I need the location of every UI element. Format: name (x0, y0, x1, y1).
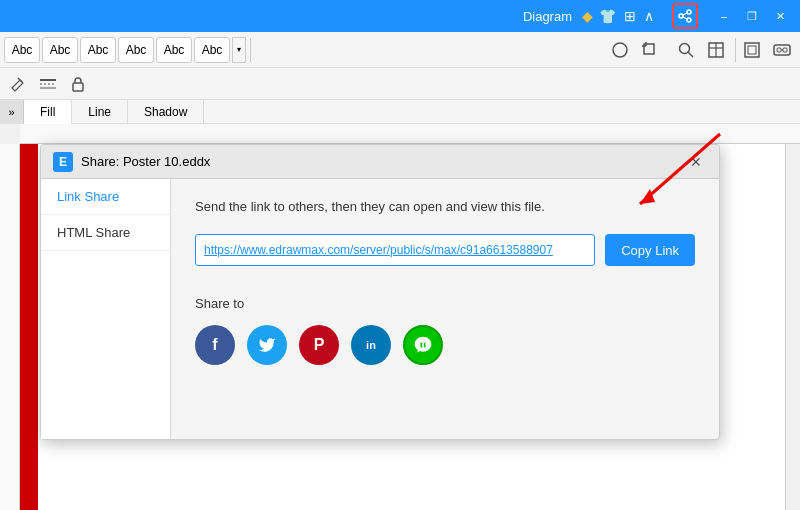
svg-point-0 (687, 10, 691, 14)
shape-tool-btn[interactable] (606, 36, 634, 64)
toolbar-separator-1 (250, 38, 251, 62)
shirt-icon: 👕 (599, 8, 616, 24)
share-dialog: E Share: Poster 10.eddx ✕ Link Share HTM… (40, 144, 720, 440)
svg-rect-19 (783, 48, 787, 52)
expand-button[interactable]: » (0, 100, 24, 124)
svg-rect-14 (745, 43, 759, 57)
style-btn-6[interactable]: Abc (194, 37, 230, 63)
share-to-label: Share to (195, 296, 695, 311)
svg-point-5 (613, 43, 627, 57)
line-share-button[interactable] (403, 325, 443, 365)
minimize-button[interactable]: – (712, 4, 736, 28)
link-input[interactable] (195, 234, 595, 266)
svg-point-1 (679, 14, 683, 18)
close-button[interactable]: ✕ (768, 4, 792, 28)
frame-btn[interactable] (738, 36, 766, 64)
main-area: // ticks drawn in JS below 1601701801902… (0, 124, 800, 510)
svg-line-4 (683, 17, 687, 19)
style-dropdown-button[interactable]: ▾ (232, 37, 246, 63)
twitter-share-button[interactable] (247, 325, 287, 365)
svg-rect-15 (748, 46, 756, 54)
search-btn[interactable] (672, 36, 700, 64)
dialog-app-icon: E (53, 152, 73, 172)
crop-tool-btn[interactable] (636, 36, 664, 64)
svg-point-2 (687, 18, 691, 22)
svg-rect-24 (73, 83, 83, 91)
dialog-content: Send the link to others, then they can o… (171, 179, 719, 439)
style-btn-4[interactable]: Abc (118, 37, 154, 63)
diamond-icon: ◆ (582, 8, 593, 24)
svg-line-10 (688, 52, 693, 57)
copy-link-button[interactable]: Copy Link (605, 234, 695, 266)
line-style-btn[interactable] (34, 70, 62, 98)
share-button[interactable] (672, 3, 698, 29)
tab-bar: » Fill Line Shadow (0, 100, 800, 124)
toolbar-row1: Abc Abc Abc Abc Abc Abc ▾ (0, 32, 800, 68)
style-btn-5[interactable]: Abc (156, 37, 192, 63)
app-name: Diagram (523, 9, 572, 24)
social-icons: f P in (195, 325, 695, 365)
svg-line-3 (683, 13, 687, 15)
dialog-description: Send the link to others, then they can o… (195, 199, 695, 214)
dialog-title: Share: Poster 10.eddx (81, 154, 677, 169)
style-btn-3[interactable]: Abc (80, 37, 116, 63)
restore-button[interactable]: ❐ (740, 4, 764, 28)
svg-rect-18 (777, 48, 781, 52)
scrollbar[interactable] (785, 144, 800, 510)
tab-shadow[interactable]: Shadow (128, 100, 204, 124)
dialog-close-button[interactable]: ✕ (685, 151, 707, 173)
sidebar-item-html-share[interactable]: HTML Share (41, 215, 170, 251)
tab-fill[interactable]: Fill (24, 100, 72, 124)
grid-icon: ⊞ (624, 8, 636, 24)
chevron-up-icon: ∧ (644, 8, 654, 24)
dialog-sidebar: Link Share HTML Share (41, 179, 171, 439)
link-row: Copy Link (195, 234, 695, 266)
link-btn[interactable] (768, 36, 796, 64)
title-bar: Diagram ◆ 👕 ⊞ ∧ – ❐ ✕ (0, 0, 800, 32)
paint-brush-btn[interactable] (4, 70, 32, 98)
lock-btn[interactable] (64, 70, 92, 98)
sidebar-item-link-share[interactable]: Link Share (41, 179, 170, 215)
toolbar-row2 (0, 68, 800, 100)
linkedin-share-button[interactable]: in (351, 325, 391, 365)
tab-line[interactable]: Line (72, 100, 128, 124)
left-strip (20, 144, 38, 510)
pinterest-share-button[interactable]: P (299, 325, 339, 365)
table-btn[interactable] (702, 36, 730, 64)
ruler-horizontal: // ticks drawn in JS below 1601701801902… (20, 124, 800, 144)
dialog-title-bar: E Share: Poster 10.eddx ✕ (41, 145, 719, 179)
dialog-body: Link Share HTML Share Send the link to o… (41, 179, 719, 439)
ruler-vertical (0, 144, 20, 510)
style-btn-1[interactable]: Abc (4, 37, 40, 63)
style-btn-2[interactable]: Abc (42, 37, 78, 63)
facebook-share-button[interactable]: f (195, 325, 235, 365)
